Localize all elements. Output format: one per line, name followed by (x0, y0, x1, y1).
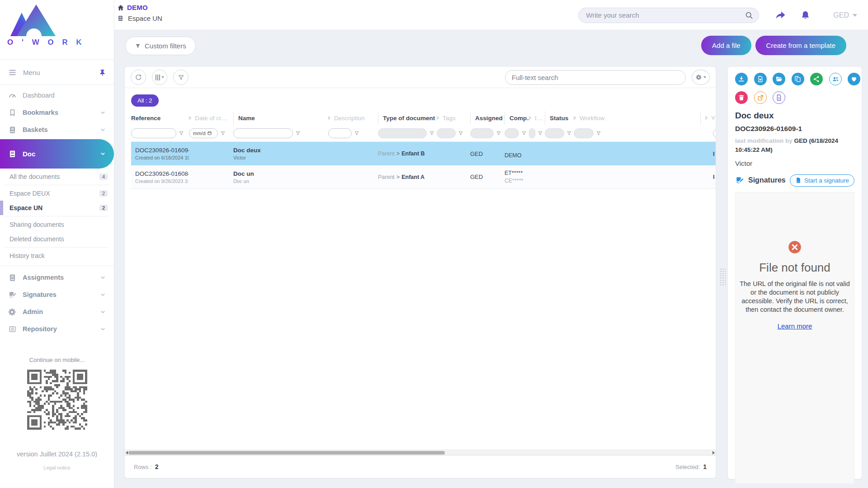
sidebar-subitem-deleted-documents[interactable]: Deleted documents (0, 232, 114, 246)
scrollbar-thumb[interactable] (128, 451, 445, 455)
status-filter[interactable] (545, 128, 564, 138)
y-filter-input[interactable] (713, 128, 716, 138)
name-cell: Doc un Doc un (233, 165, 328, 188)
sidebar-subitem-sharing-documents[interactable]: Sharing documents (0, 217, 114, 232)
i-filter[interactable] (529, 128, 535, 138)
sidebar-item-dashboard[interactable]: Dashboard (0, 87, 114, 104)
scroll-left-arrow-icon[interactable] (126, 451, 128, 455)
file-icon (775, 94, 783, 101)
assigned-filter[interactable] (470, 128, 494, 138)
menu-toggle[interactable]: Menu (0, 60, 114, 85)
fulltext-search-input[interactable] (512, 74, 679, 81)
column-header-company[interactable]: Comp… (505, 111, 529, 125)
upload-version-button[interactable] (754, 73, 767, 85)
funnel-icon[interactable] (354, 131, 359, 136)
column-header-workflow[interactable]: Workflow (574, 111, 700, 125)
column-header-status[interactable]: Status (545, 111, 574, 125)
custom-filters-button[interactable]: Custom filters (125, 37, 196, 55)
file-preview: File not found The URL of the original f… (735, 192, 854, 484)
column-header-type[interactable]: Type of document (378, 111, 437, 125)
funnel-icon[interactable] (458, 131, 463, 136)
funnel-icon[interactable] (220, 131, 226, 136)
sidebar-subitem-espace-un[interactable]: Espace UN 2 (0, 201, 114, 215)
column-header-i[interactable]: I… (529, 111, 545, 125)
columns-button[interactable] (152, 70, 167, 85)
horizontal-scrollbar[interactable] (125, 450, 716, 455)
delete-button[interactable] (735, 91, 748, 104)
search-icon[interactable] (745, 11, 753, 19)
funnel-icon[interactable] (295, 131, 301, 136)
table-row[interactable]: DOC230926-01608-0 Created on 9/26/2023 3… (131, 165, 716, 189)
scroll-right-arrow-icon[interactable] (712, 451, 715, 455)
divider (5, 185, 109, 185)
reference-filter-input[interactable] (131, 128, 176, 138)
filter-cell-name (233, 125, 328, 141)
sidebar-item-signatures[interactable]: Signatures (0, 286, 114, 303)
column-header-reference[interactable]: Reference (131, 111, 189, 125)
pin-icon[interactable] (99, 69, 106, 76)
document-info-button[interactable] (773, 91, 785, 104)
start-signature-button[interactable]: Start a signature (790, 174, 854, 187)
column-header-y[interactable]: Y… (700, 111, 716, 125)
funnel-icon[interactable] (596, 131, 601, 136)
share-button[interactable] (810, 73, 823, 85)
table-row[interactable]: DOC230926-01609-1 Created on 6/18/2024 1… (131, 142, 716, 165)
breadcrumb-home[interactable]: DEMO (117, 4, 162, 11)
sidebar-item-admin[interactable]: Admin (0, 303, 114, 320)
funnel-icon[interactable] (566, 131, 572, 136)
funnel-icon[interactable] (496, 131, 501, 136)
create-from-template-button[interactable]: Create from a template (755, 36, 846, 55)
share-forward-icon[interactable] (774, 10, 787, 21)
sidebar-item-baskets[interactable]: Baskets (0, 121, 114, 138)
funnel-icon[interactable] (538, 131, 543, 136)
funnel-icon[interactable] (521, 131, 527, 136)
column-header-description[interactable]: Description (328, 111, 378, 125)
date-filter-input[interactable]: mm/d (189, 128, 218, 138)
bell-icon[interactable] (800, 10, 811, 21)
sidebar-item-bookmarks[interactable]: Bookmarks (0, 104, 114, 121)
learn-more-link[interactable]: Learn more (778, 322, 812, 330)
open-external-button[interactable] (754, 91, 767, 104)
add-file-button[interactable]: Add a file (701, 36, 751, 55)
sidebar-subitem-all-documents[interactable]: All the documents 4 (0, 169, 114, 184)
tags-filter[interactable] (437, 128, 456, 138)
funnel-icon[interactable] (179, 131, 184, 136)
open-folder-button[interactable] (773, 73, 785, 85)
folder-open-icon (775, 75, 783, 83)
download-button[interactable] (735, 73, 748, 85)
sidebar-item-assignments[interactable]: Assignments (0, 269, 114, 286)
grid-settings-button[interactable] (692, 70, 710, 85)
workflow-filter[interactable] (574, 128, 594, 138)
chevron-down-icon (100, 292, 106, 298)
assign-users-button[interactable] (829, 73, 842, 85)
filter-button[interactable] (173, 70, 189, 85)
name-filter-input[interactable] (233, 128, 293, 138)
user-menu[interactable]: GED (833, 11, 857, 19)
funnel-icon[interactable] (429, 131, 434, 136)
type-parent: Parent (378, 150, 395, 157)
column-header-assigned[interactable]: Assigned t… (470, 111, 505, 125)
y-cell: I (700, 165, 716, 188)
sidebar-subitem-espace-deux[interactable]: Espace DEUX 2 (0, 186, 114, 201)
global-search-input[interactable] (586, 11, 745, 19)
type-filter[interactable] (378, 128, 427, 138)
book-icon (8, 150, 17, 158)
panel-resize-handle[interactable] (719, 267, 726, 286)
column-header-name[interactable]: Name (233, 111, 328, 125)
legal-notice-link[interactable]: Legal notice (0, 465, 114, 470)
type-child: Enfant A (401, 174, 425, 180)
description-filter-input[interactable] (328, 128, 352, 138)
sidebar-item-repository[interactable]: Repository (0, 320, 114, 338)
selected-value: 1 (703, 463, 707, 470)
breadcrumb-space[interactable]: Espace UN (117, 14, 162, 22)
topbar: DEMO Espace UN GED (114, 0, 868, 30)
sidebar-item-doc[interactable]: Doc (0, 139, 114, 169)
refresh-button[interactable] (131, 70, 146, 85)
sidebar-subitem-history-track[interactable]: History track (0, 249, 114, 263)
copy-button[interactable] (792, 73, 804, 85)
all-count-pill[interactable]: All : 2 (131, 94, 159, 107)
company-filter[interactable] (505, 128, 519, 138)
column-header-tags[interactable]: Tags (437, 111, 470, 125)
favorite-button[interactable] (848, 73, 860, 85)
column-header-date[interactable]: Date of cr… (189, 111, 233, 125)
